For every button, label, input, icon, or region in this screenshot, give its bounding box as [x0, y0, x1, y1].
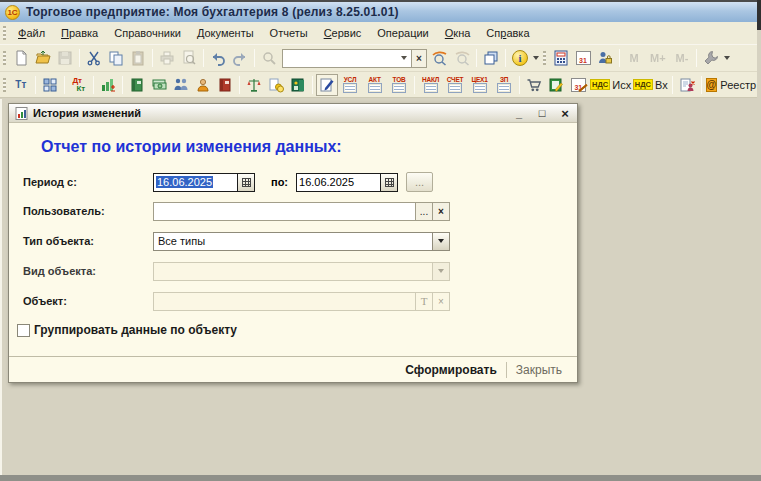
interface-panels-button[interactable]: [39, 74, 61, 96]
dialog-titlebar[interactable]: История изменений _ □ ×: [9, 104, 577, 123]
user-browse-button[interactable]: ...: [415, 203, 432, 220]
doc-caption: СЧЕТ: [447, 76, 464, 83]
menu-service[interactable]: Сервис: [316, 24, 370, 42]
menu-windows[interactable]: Окна: [437, 24, 479, 42]
cash-documents-button[interactable]: [148, 74, 170, 96]
menu-reports[interactable]: Отчеты: [262, 24, 316, 42]
chevron-down-icon: [438, 269, 444, 273]
info-button[interactable]: i: [509, 47, 531, 69]
search-clear-button[interactable]: ×: [411, 50, 426, 67]
generate-button[interactable]: Сформировать: [396, 361, 505, 379]
text-format-button[interactable]: Тт: [10, 74, 32, 96]
menubar-grip[interactable]: [3, 26, 6, 40]
user-input[interactable]: [154, 203, 415, 220]
maximize-button[interactable]: □: [536, 108, 548, 119]
find-next-button[interactable]: [429, 47, 451, 69]
toolbar1-grip[interactable]: [3, 51, 6, 65]
edit-document-button[interactable]: [316, 74, 338, 96]
menu-file[interactable]: Файл: [10, 24, 53, 42]
scales-button[interactable]: [243, 74, 265, 96]
find-button[interactable]: [258, 47, 280, 69]
registry-button[interactable]: @Реестр: [705, 74, 757, 96]
salary-button[interactable]: [545, 74, 567, 96]
menu-edit[interactable]: Правка: [53, 24, 106, 42]
object-type-value: Все типы: [154, 235, 432, 247]
user-permissions-button[interactable]: [594, 47, 616, 69]
window-titlebar[interactable]: 1С Торговое предприятие: Моя бухгалтерия…: [0, 0, 757, 22]
toolbar2-grip[interactable]: [3, 78, 6, 92]
period-to-input[interactable]: 16.06.2025: [296, 173, 380, 192]
doc-uslugi-button[interactable]: УСЛ: [338, 74, 363, 96]
minimize-button[interactable]: _: [513, 108, 525, 119]
group-by-object-checkbox[interactable]: [17, 324, 30, 337]
user-row: Пользователь: ... ×: [23, 201, 450, 221]
info-dropdown-button[interactable]: [531, 47, 540, 69]
calendar-grid-icon: [385, 178, 394, 187]
chart-accounts-button[interactable]: [97, 74, 119, 96]
purchases-button[interactable]: [523, 74, 545, 96]
production-calendar-button[interactable]: 31: [567, 74, 589, 96]
application-window: 1С Торговое предприятие: Моя бухгалтерия…: [0, 0, 761, 481]
menu-operations[interactable]: Операции: [369, 24, 436, 42]
menu-documents[interactable]: Документы: [189, 24, 262, 42]
print-button[interactable]: [156, 47, 178, 69]
save-button[interactable]: [54, 47, 76, 69]
personified-report-button[interactable]: [676, 74, 698, 96]
doc-zp-button[interactable]: ЗП: [492, 74, 517, 96]
memory-recall-button[interactable]: M: [623, 47, 645, 69]
open-button[interactable]: [32, 47, 54, 69]
memory-minus-button[interactable]: M-: [671, 47, 694, 69]
paste-button[interactable]: [127, 47, 149, 69]
documents-journal-button[interactable]: [214, 74, 236, 96]
user-clear-button[interactable]: ×: [432, 203, 449, 220]
money-documents-button[interactable]: [265, 74, 287, 96]
toolbar-separator: [519, 76, 520, 94]
wrench-icon: [703, 50, 719, 66]
safe-button[interactable]: [287, 74, 309, 96]
search-input[interactable]: [283, 50, 396, 67]
settings-dropdown-button[interactable]: [722, 47, 731, 69]
doc-nakladnaya-button[interactable]: НАКЛ: [418, 74, 443, 96]
undo-button[interactable]: [207, 47, 229, 69]
period-to-calendar-button[interactable]: [380, 173, 398, 192]
doc-schet-button[interactable]: СЧЕТ: [443, 74, 468, 96]
toolbar-standard: × i 31 M M+ M-: [0, 44, 757, 71]
copy-button[interactable]: [105, 47, 127, 69]
object-type-combobox[interactable]: Все типы: [153, 232, 450, 251]
employees-button[interactable]: [170, 74, 192, 96]
doc-nakladnaya-icon: НАКЛ: [419, 76, 442, 93]
toolbar-calc-grip[interactable]: [543, 51, 546, 65]
cut-button[interactable]: [83, 47, 105, 69]
settings-button[interactable]: [700, 47, 722, 69]
object-field: Т ×: [153, 292, 450, 311]
close-dialog-button[interactable]: Закрыть: [507, 361, 571, 379]
object-type-dropdown-button[interactable]: [432, 233, 449, 250]
find-next-icon: [431, 50, 449, 66]
nds-outgoing-button[interactable]: НДСИсх: [589, 74, 632, 96]
close-button[interactable]: ×: [559, 108, 571, 119]
operations-journal-button[interactable]: [126, 74, 148, 96]
redo-button[interactable]: [229, 47, 251, 69]
user-lock-icon: [597, 50, 613, 66]
menu-help[interactable]: Справка: [478, 24, 537, 42]
calendar-button[interactable]: 31: [572, 47, 594, 69]
period-from-input[interactable]: 16.06.2025: [153, 173, 237, 192]
period-from-calendar-button[interactable]: [237, 173, 255, 192]
period-more-button[interactable]: ...: [406, 172, 433, 192]
doc-ceh1-button[interactable]: ЦЕХ1: [467, 74, 492, 96]
find-previous-button[interactable]: [451, 47, 473, 69]
doc-akt-button[interactable]: АКТ: [362, 74, 387, 96]
counterparties-button[interactable]: [192, 74, 214, 96]
search-dropdown-button[interactable]: [396, 50, 411, 67]
calculator-button[interactable]: [550, 47, 572, 69]
new-document-button[interactable]: [10, 47, 32, 69]
print-preview-button[interactable]: [178, 47, 200, 69]
menu-catalogs[interactable]: Справочники: [106, 24, 189, 42]
doc-tovary-button[interactable]: ТОВ: [387, 74, 412, 96]
toolbar-separator: [701, 76, 702, 94]
memory-plus-button[interactable]: M+: [645, 47, 671, 69]
windows-list-button[interactable]: [480, 47, 502, 69]
postings-journal-button[interactable]: ДтКт: [68, 74, 90, 96]
save-icon: [57, 50, 73, 66]
nds-incoming-button[interactable]: НДСВх: [632, 74, 669, 96]
